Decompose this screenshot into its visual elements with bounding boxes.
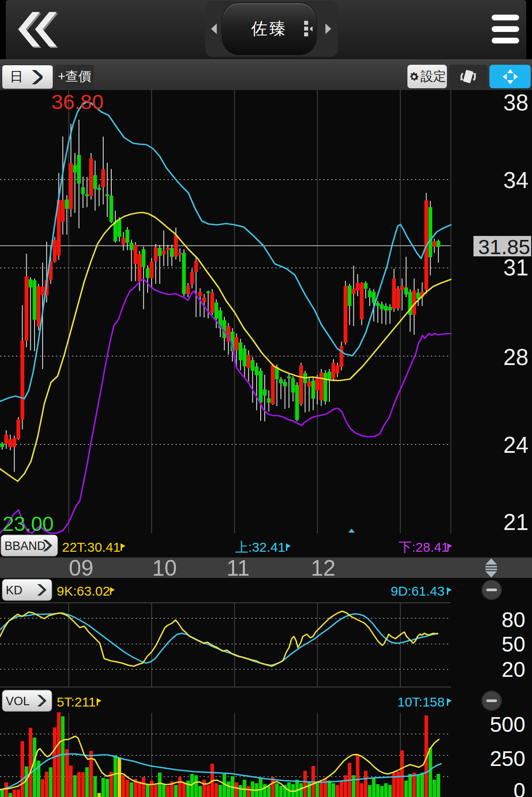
svg-text:12: 12 [311, 556, 336, 581]
svg-text:23.00: 23.00 [3, 512, 54, 535]
svg-text:31.85: 31.85 [478, 235, 530, 259]
svg-text:22T:30.41: 22T:30.41 [62, 540, 121, 554]
svg-text:31: 31 [503, 255, 528, 280]
svg-text:36.80: 36.80 [51, 90, 104, 114]
svg-text:BBAND: BBAND [4, 539, 46, 553]
svg-text:20: 20 [502, 658, 525, 681]
svg-text:0: 0 [513, 779, 525, 797]
svg-text:VOL: VOL [6, 695, 30, 708]
svg-text:500: 500 [490, 713, 525, 736]
svg-text:11: 11 [227, 556, 250, 581]
svg-text:28: 28 [503, 345, 528, 370]
svg-text:5T:211: 5T:211 [57, 695, 96, 709]
svg-text:下:28.41: 下:28.41 [399, 540, 449, 554]
svg-text:9K:63.02: 9K:63.02 [57, 584, 110, 598]
svg-text:34: 34 [503, 168, 528, 193]
svg-text:80: 80 [502, 608, 525, 632]
svg-text:10: 10 [152, 556, 177, 581]
svg-text:24: 24 [503, 432, 528, 458]
svg-text:KD: KD [6, 584, 23, 597]
svg-text:上:32.41: 上:32.41 [235, 540, 285, 554]
svg-text:38: 38 [503, 90, 528, 115]
svg-text:250: 250 [490, 747, 525, 770]
svg-text:50: 50 [502, 632, 525, 656]
svg-text:10T:158: 10T:158 [397, 695, 445, 709]
svg-text:9D:61.43: 9D:61.43 [391, 584, 445, 598]
svg-text:09: 09 [69, 556, 94, 581]
svg-text:21: 21 [503, 510, 528, 535]
